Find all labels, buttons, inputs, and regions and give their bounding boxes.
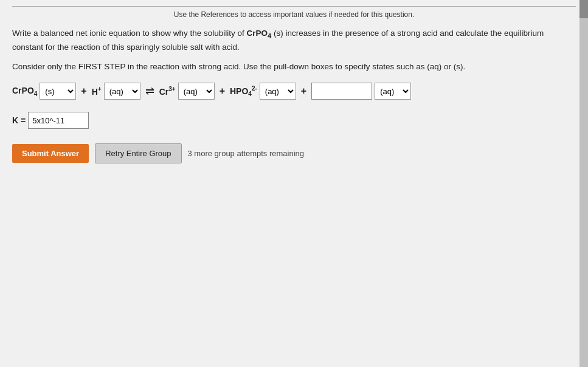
- product2-formula: HPO42-: [230, 85, 257, 97]
- k-row: K =: [12, 112, 576, 129]
- scrollbar-thumb[interactable]: [579, 0, 588, 18]
- plus-operator-2: +: [217, 86, 227, 97]
- reactant2-formula: H+: [92, 86, 102, 97]
- retry-entire-group-button[interactable]: Retry Entire Group: [95, 143, 181, 163]
- references-bar: Use the References to access important v…: [12, 6, 576, 19]
- reactant2-state-select[interactable]: (aq) (s) (l) (g): [104, 83, 140, 100]
- references-text: Use the References to access important v…: [174, 10, 415, 19]
- attempts-text: 3 more group attempts remaining: [188, 149, 304, 158]
- submit-answer-button[interactable]: Submit Answer: [12, 144, 89, 163]
- crpo4-formula: CrPO4: [246, 29, 271, 38]
- plus-operator-3: +: [299, 86, 309, 97]
- consider-text: Consider only the FIRST STEP in the reac…: [12, 61, 576, 73]
- product1-state-select[interactable]: (aq) (s) (l) (g): [178, 83, 215, 100]
- equilibrium-word: equilibrium: [504, 29, 544, 38]
- page-container: Use the References to access important v…: [0, 0, 588, 367]
- product3-state-select[interactable]: (aq) (s) (l) (g): [375, 83, 411, 100]
- k-input[interactable]: [28, 112, 89, 129]
- buttons-row: Submit Answer Retry Entire Group 3 more …: [12, 143, 576, 163]
- equation-row: CrPO4 (s) (aq) (l) (g) + H+ (aq) (s) (l)…: [12, 83, 576, 100]
- reactant1-state-select[interactable]: (s) (aq) (l) (g): [40, 83, 76, 100]
- question-text: Write a balanced net ionic equation to s…: [12, 27, 576, 53]
- equilibrium-arrow: ⇌: [143, 84, 157, 98]
- product3-input[interactable]: [311, 83, 372, 100]
- scrollbar[interactable]: [579, 0, 588, 367]
- product1-formula: Cr3+: [159, 86, 176, 97]
- product2-state-select[interactable]: (aq) (s) (l) (g): [260, 83, 296, 100]
- reactant1-formula: CrPO4: [12, 86, 37, 97]
- k-label: K =: [12, 115, 26, 125]
- plus-operator-1: +: [78, 86, 89, 97]
